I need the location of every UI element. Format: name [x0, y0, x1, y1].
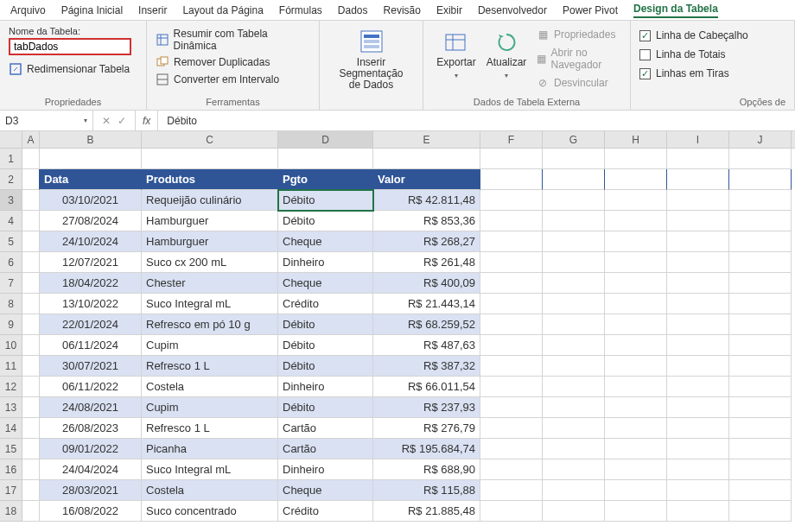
cell[interactable]	[40, 149, 142, 169]
cell[interactable]	[605, 273, 667, 294]
cell[interactable]: R$ 68.259,52	[373, 314, 480, 335]
row-header[interactable]: 17	[0, 480, 22, 501]
cell[interactable]: 06/11/2022	[40, 377, 142, 397]
cell[interactable]	[480, 149, 543, 169]
row-header[interactable]: 7	[0, 273, 22, 294]
cell[interactable]: Produtos	[142, 169, 278, 190]
cell[interactable]: 16/08/2022	[40, 501, 142, 522]
column-header[interactable]: H	[605, 131, 667, 148]
menu-item[interactable]: Design da Tabela	[633, 3, 718, 18]
cell[interactable]: 13/10/2022	[40, 294, 142, 314]
cell[interactable]	[667, 231, 729, 252]
column-header[interactable]: D	[278, 131, 373, 148]
resize-table-button[interactable]: Redimensionar Tabela	[9, 60, 137, 78]
cell[interactable]: R$ 276,79	[373, 418, 480, 439]
cells-area[interactable]: DataProdutosPgtoValor03/10/2021Requeijão…	[22, 149, 792, 522]
cell[interactable]: Dinheiro	[278, 459, 373, 480]
export-button[interactable]: Exportar ▾	[432, 26, 480, 92]
cell[interactable]	[543, 211, 605, 231]
cell[interactable]: Costela	[142, 377, 278, 397]
cell[interactable]	[480, 418, 543, 439]
cell[interactable]	[667, 190, 729, 211]
cancel-icon[interactable]: ✕	[102, 115, 111, 127]
cell[interactable]	[667, 252, 729, 273]
cell[interactable]	[667, 169, 729, 190]
cell[interactable]	[729, 190, 792, 211]
cell[interactable]	[729, 418, 792, 439]
cell[interactable]: Valor	[373, 169, 480, 190]
cell[interactable]: Refresco em pó 10 g	[142, 314, 278, 335]
column-header[interactable]: I	[667, 131, 729, 148]
cell[interactable]	[605, 356, 667, 377]
cell[interactable]	[278, 149, 373, 169]
cell[interactable]	[605, 314, 667, 335]
menu-item[interactable]: Power Pivot	[563, 4, 618, 16]
cell[interactable]: Débito	[278, 335, 373, 356]
cell[interactable]: 12/07/2021	[40, 252, 142, 273]
cell[interactable]: Dinheiro	[278, 252, 373, 273]
cell[interactable]	[480, 397, 543, 418]
column-header[interactable]: G	[543, 131, 605, 148]
column-header[interactable]: E	[373, 131, 480, 148]
cell[interactable]: R$ 237,93	[373, 397, 480, 418]
cell[interactable]	[22, 356, 40, 377]
cell[interactable]: Refresco 1 L	[142, 356, 278, 377]
cell[interactable]	[142, 149, 278, 169]
cell[interactable]: Débito	[278, 356, 373, 377]
cell[interactable]	[22, 231, 40, 252]
cell[interactable]	[543, 459, 605, 480]
formula-input[interactable]: Débito	[158, 111, 795, 130]
cell[interactable]: 18/04/2022	[40, 273, 142, 294]
cell[interactable]	[667, 356, 729, 377]
cell[interactable]: Cupim	[142, 397, 278, 418]
cell[interactable]	[667, 377, 729, 397]
cell[interactable]: 03/10/2021	[40, 190, 142, 211]
cell[interactable]	[543, 314, 605, 335]
cell[interactable]	[729, 439, 792, 459]
cell[interactable]: R$ 115,88	[373, 480, 480, 501]
menu-item[interactable]: Fórmulas	[279, 4, 322, 16]
row-header[interactable]: 4	[0, 211, 22, 231]
pivot-button[interactable]: Resumir com Tabela Dinâmica	[156, 26, 310, 54]
cell[interactable]	[22, 335, 40, 356]
cell[interactable]	[667, 501, 729, 522]
column-header[interactable]: C	[142, 131, 278, 148]
cell[interactable]: Cartão	[278, 418, 373, 439]
cell[interactable]	[373, 149, 480, 169]
cell[interactable]	[543, 190, 605, 211]
cell[interactable]: R$ 21.443,14	[373, 294, 480, 314]
row-header[interactable]: 3	[0, 190, 22, 211]
cell[interactable]: 24/08/2021	[40, 397, 142, 418]
cell[interactable]: Chester	[142, 273, 278, 294]
cell[interactable]	[605, 149, 667, 169]
cell[interactable]	[480, 294, 543, 314]
accept-icon[interactable]: ✓	[118, 115, 126, 127]
cell[interactable]	[22, 169, 40, 190]
cell[interactable]	[22, 397, 40, 418]
cell[interactable]	[480, 439, 543, 459]
row-header[interactable]: 12	[0, 377, 22, 397]
cell[interactable]	[605, 459, 667, 480]
cell[interactable]	[480, 231, 543, 252]
cell[interactable]: R$ 853,36	[373, 211, 480, 231]
cell[interactable]	[729, 397, 792, 418]
cell[interactable]	[22, 149, 40, 169]
header-row-checkbox[interactable]: ✓ Linha de Cabeçalho	[639, 26, 785, 45]
cell[interactable]	[605, 231, 667, 252]
cell[interactable]: Cupim	[142, 335, 278, 356]
cell[interactable]: Cheque	[278, 231, 373, 252]
cell[interactable]	[605, 190, 667, 211]
cell[interactable]: R$ 261,48	[373, 252, 480, 273]
row-header[interactable]: 11	[0, 356, 22, 377]
cell[interactable]	[667, 335, 729, 356]
cell[interactable]	[729, 252, 792, 273]
cell[interactable]	[605, 377, 667, 397]
cell[interactable]	[729, 294, 792, 314]
cell[interactable]: Suco Integral mL	[142, 294, 278, 314]
cell[interactable]	[543, 377, 605, 397]
cell[interactable]: 24/10/2024	[40, 231, 142, 252]
row-header[interactable]: 13	[0, 397, 22, 418]
cell[interactable]	[605, 169, 667, 190]
cell[interactable]	[543, 169, 605, 190]
cell[interactable]: Crédito	[278, 294, 373, 314]
